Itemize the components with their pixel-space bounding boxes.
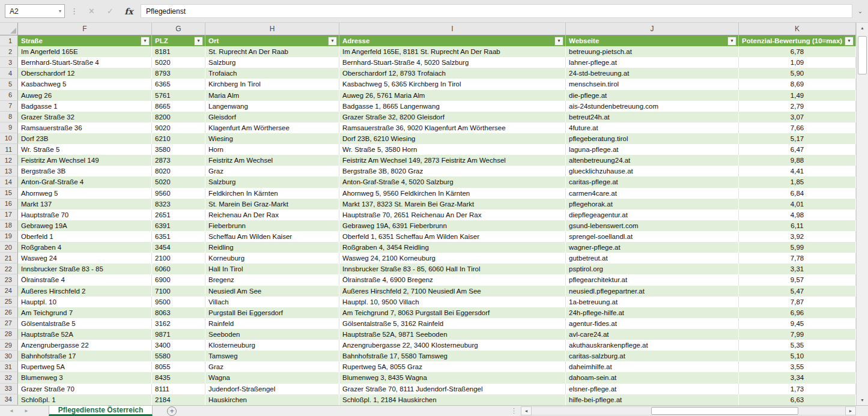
cell-bewertung[interactable]: 6,63: [739, 394, 856, 405]
cell-strasse[interactable]: Am Teichgrund 7: [18, 307, 152, 318]
cell-adresse[interactable]: Äußeres Hirschfeld 2, 7100 Neusiedl Am S…: [339, 286, 566, 297]
cell-bewertung[interactable]: 6,47: [739, 144, 856, 155]
cell-adresse[interactable]: Badgasse 1, 8665 Langenwang: [339, 101, 566, 112]
cell-strasse[interactable]: Ahornweg 5: [18, 188, 152, 199]
row-header[interactable]: 7: [0, 101, 18, 112]
cell-strasse[interactable]: Bergstraße 3B: [18, 166, 152, 176]
cell-strasse[interactable]: Grazer Straße 32: [18, 112, 152, 122]
cell-plz[interactable]: 2184: [152, 394, 205, 405]
cell-strasse[interactable]: Oberschardorf 12: [18, 68, 152, 79]
cell-bewertung[interactable]: 1,73: [739, 384, 856, 394]
cell-webseite[interactable]: akuthauskrankenpflege.at: [566, 340, 739, 351]
filter-dropdown-icon[interactable]: ▾: [194, 37, 203, 46]
cell-ort[interactable]: Trofaiach: [205, 68, 339, 79]
column-header-K[interactable]: K: [739, 23, 856, 35]
cell-webseite[interactable]: wagner-pflege.at: [566, 242, 739, 253]
row-header[interactable]: 28: [0, 329, 18, 340]
cell-adresse[interactable]: Oberfeld 1, 6351 Scheffau Am Wilden Kais…: [339, 231, 566, 242]
cell-webseite[interactable]: gsund-lebenswert.com: [566, 220, 739, 231]
row-header[interactable]: 18: [0, 220, 18, 231]
cell-ort[interactable]: Wiesing: [205, 133, 339, 144]
cell-ort[interactable]: Salzburg: [205, 57, 339, 68]
cell-adresse[interactable]: Oberschardorf 12, 8793 Trofaiach: [339, 68, 566, 79]
cell-strasse[interactable]: Auweg 26: [18, 90, 152, 101]
row-header[interactable]: 8: [0, 112, 18, 122]
cell-plz[interactable]: 8020: [152, 166, 205, 176]
cell-ort[interactable]: Wagna: [205, 372, 339, 383]
row-header[interactable]: 19: [0, 231, 18, 242]
cell-adresse[interactable]: Hauptpl. 10, 9500 Villach: [339, 297, 566, 307]
prev-sheet-icon[interactable]: ◄: [9, 408, 14, 414]
cell-adresse[interactable]: Bernhard-Stuart-Straße 4, 5020 Salzburg: [339, 57, 566, 68]
row-header[interactable]: 12: [0, 155, 18, 166]
chevron-down-icon[interactable]: ▾: [56, 8, 64, 14]
vertical-scrollbar[interactable]: ▲ ▼: [856, 23, 868, 405]
cell-ort[interactable]: Graz: [205, 166, 339, 176]
column-header-J[interactable]: J: [566, 23, 739, 35]
scroll-right-icon[interactable]: ►: [845, 406, 856, 415]
cell-adresse[interactable]: Bahnhofstraße 17, 5580 Tamsweg: [339, 351, 566, 361]
row-header[interactable]: 3: [0, 57, 18, 68]
row-header[interactable]: 5: [0, 79, 18, 89]
cell-strasse[interactable]: Schloßpl. 1: [18, 394, 152, 405]
scroll-left-icon[interactable]: ◄: [521, 406, 532, 415]
cell-adresse[interactable]: Bergstraße 3B, 8020 Graz: [339, 166, 566, 176]
row-header[interactable]: 14: [0, 176, 18, 187]
row-header[interactable]: 25: [0, 297, 18, 307]
cell-plz[interactable]: 9560: [152, 188, 205, 199]
table-header-cell-I[interactable]: Adresse▾: [339, 35, 566, 46]
cell-adresse[interactable]: Wasweg 24, 2100 Korneuburg: [339, 253, 566, 264]
filter-dropdown-icon[interactable]: ▾: [141, 37, 150, 46]
cell-bewertung[interactable]: 6,78: [739, 46, 856, 57]
cell-plz[interactable]: 3162: [152, 318, 205, 329]
row-header[interactable]: 30: [0, 351, 18, 361]
cell-webseite[interactable]: pflegehorak.at: [566, 199, 739, 210]
cell-strasse[interactable]: Rupertweg 5A: [18, 361, 152, 372]
row-header[interactable]: 27: [0, 318, 18, 329]
cell-bewertung[interactable]: 9,57: [739, 274, 856, 285]
cell-ort[interactable]: Salzburg: [205, 176, 339, 187]
cell-plz[interactable]: 2873: [152, 155, 205, 166]
cell-bewertung[interactable]: 5,90: [739, 68, 856, 79]
enter-icon[interactable]: ✓: [101, 7, 120, 16]
table-header-cell-F[interactable]: Straße▾: [18, 35, 152, 46]
cell-plz[interactable]: 5761: [152, 90, 205, 101]
cell-strasse[interactable]: Anton-Graf-Straße 4: [18, 176, 152, 187]
cell-webseite[interactable]: menschsein.tirol: [566, 79, 739, 89]
filter-dropdown-icon[interactable]: ▾: [727, 37, 736, 46]
row-header[interactable]: 11: [0, 144, 18, 155]
cell-bewertung[interactable]: 2,79: [739, 101, 856, 112]
cell-plz[interactable]: 8111: [152, 384, 205, 394]
cell-bewertung[interactable]: 5,35: [739, 340, 856, 351]
cell-bewertung[interactable]: 6,84: [739, 188, 856, 199]
cell-bewertung[interactable]: 9,88: [739, 155, 856, 166]
cell-webseite[interactable]: betreut24h.at: [566, 112, 739, 122]
cell-bewertung[interactable]: 8,69: [739, 79, 856, 89]
cell-bewertung[interactable]: 9,45: [739, 318, 856, 329]
cell-webseite[interactable]: neusiedl.pflegepartner.at: [566, 286, 739, 297]
cell-adresse[interactable]: Roßgraben 4, 3454 Reidling: [339, 242, 566, 253]
cell-webseite[interactable]: elsner-pflege.at: [566, 384, 739, 394]
cell-plz[interactable]: 3580: [152, 144, 205, 155]
row-header[interactable]: 13: [0, 166, 18, 176]
row-header[interactable]: 1: [0, 35, 18, 46]
cell-plz[interactable]: 8200: [152, 112, 205, 122]
cell-ort[interactable]: Hauskirchen: [205, 394, 339, 405]
cell-ort[interactable]: Bregenz: [205, 274, 339, 285]
cell-strasse[interactable]: Badgasse 1: [18, 101, 152, 112]
cell-strasse[interactable]: Hauptstraße 52A: [18, 329, 152, 340]
horizontal-scrollbar-thumb[interactable]: [651, 407, 798, 415]
cell-adresse[interactable]: Grazer Straße 32, 8200 Gleisdorf: [339, 112, 566, 122]
cell-bewertung[interactable]: 3,55: [739, 361, 856, 372]
cell-strasse[interactable]: Gebraweg 19A: [18, 220, 152, 231]
cell-strasse[interactable]: Im Angerfeld 165E: [18, 46, 152, 57]
row-header[interactable]: 32: [0, 372, 18, 383]
cell-webseite[interactable]: die-pflege.at: [566, 90, 739, 101]
cell-bewertung[interactable]: 1,09: [739, 57, 856, 68]
cell-ort[interactable]: Kirchberg In Tirol: [205, 79, 339, 89]
cell-webseite[interactable]: agentur-fides.at: [566, 318, 739, 329]
cell-ort[interactable]: St. Ruprecht An Der Raab: [205, 46, 339, 57]
cell-plz[interactable]: 7100: [152, 286, 205, 297]
cell-bewertung[interactable]: 7,78: [739, 253, 856, 264]
cell-bewertung[interactable]: 7,99: [739, 329, 856, 340]
